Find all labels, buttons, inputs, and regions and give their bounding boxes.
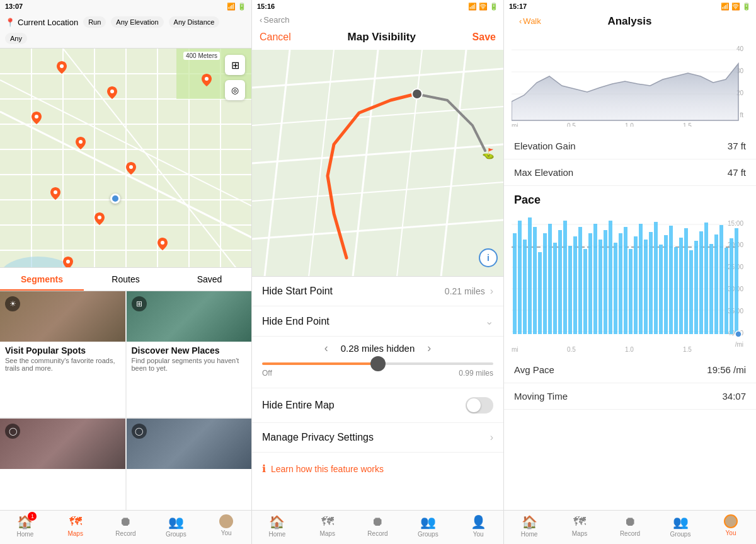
cancel-button[interactable]: Cancel	[260, 32, 291, 43]
back-label-3: Walk	[523, 16, 541, 26]
svg-rect-115	[719, 225, 723, 334]
slider-prev[interactable]: ‹	[324, 342, 328, 355]
svg-point-124	[735, 331, 742, 337]
tab-routes[interactable]: Routes	[84, 268, 168, 291]
card-title-1: Visit Popular Spots	[5, 345, 120, 356]
nav-record-3[interactable]: ⏺ Record	[605, 514, 655, 538]
nav-you-3[interactable]: You	[706, 514, 756, 538]
map-pin-5[interactable]	[126, 162, 136, 177]
toggle-knob	[467, 398, 481, 412]
card-popular-spots[interactable]: ☀ Visit Popular Spots See the community'…	[0, 291, 125, 417]
map-pin-4[interactable]	[76, 137, 86, 152]
nav-you-2[interactable]: 👤 You	[453, 514, 503, 538]
layers-button[interactable]: ⊞	[225, 55, 245, 75]
hide-start-right: 0.21 miles ›	[445, 286, 493, 297]
page-title-2: Map Visibility	[348, 31, 416, 43]
record-icon-2: ⏺	[371, 514, 384, 529]
map-roads-svg	[0, 49, 251, 267]
slider-next[interactable]: ›	[427, 342, 431, 355]
nav-record-2[interactable]: ⏺ Record	[353, 514, 403, 538]
back-label-2[interactable]: Search	[263, 15, 289, 25]
time-3: 15:17	[509, 3, 527, 10]
record-label-3: Record	[620, 530, 640, 537]
status-icons-3: 📶 🛜 🔋	[721, 3, 751, 11]
chevron-end: ⌄	[485, 315, 493, 327]
svg-rect-112	[704, 223, 708, 334]
map-pin-2[interactable]	[107, 86, 117, 101]
map-pin-1[interactable]	[57, 61, 67, 76]
pace-title: Pace	[514, 194, 541, 206]
hide-end-point-row[interactable]: Hide End Point ⌄	[252, 306, 503, 337]
home-label-3: Home	[521, 531, 538, 538]
elevation-svg: 40 30 20 ft mi 0.5 1.0 1.5	[512, 38, 748, 127]
back-button-3[interactable]: ‹ Walk	[512, 14, 549, 28]
manage-privacy-row[interactable]: Manage Privacy Settings ›	[252, 423, 503, 453]
status-icons-2: 📶 🛜 🔋	[468, 3, 498, 11]
svg-rect-77	[528, 217, 532, 334]
map-pin-9[interactable]	[63, 257, 73, 267]
map-pin-8[interactable]	[158, 238, 168, 253]
map-view[interactable]: 400 Meters ⊞ ◎	[0, 49, 251, 267]
map-pin-6[interactable]	[50, 187, 60, 202]
nav-maps-1[interactable]: 🗺 Maps	[50, 514, 101, 538]
nav-groups-1[interactable]: 👥 Groups	[151, 514, 201, 538]
hide-entire-toggle[interactable]	[466, 397, 493, 414]
status-bar-2: 15:16 📶 🛜 🔋	[252, 0, 503, 13]
learn-row[interactable]: ℹ Learn how this feature works	[252, 453, 503, 485]
svg-text:40: 40	[736, 45, 744, 52]
svg-rect-91	[598, 240, 602, 334]
svg-rect-96	[624, 227, 627, 334]
nav-maps-3[interactable]: 🗺 Maps	[554, 514, 605, 538]
route-map[interactable]: ⛳ i mapbox	[252, 50, 503, 277]
hide-entire-map-row[interactable]: Hide Entire Map	[252, 388, 503, 423]
filter-elevation[interactable]: Any Elevation	[111, 16, 163, 28]
nav-maps-2[interactable]: 🗺 Maps	[302, 514, 353, 538]
tab-segments[interactable]: Segments	[0, 268, 84, 291]
svg-rect-99	[639, 224, 643, 334]
nav-groups-2[interactable]: 👥 Groups	[403, 514, 453, 538]
map-pin-11[interactable]	[202, 74, 212, 89]
hide-start-point-row[interactable]: Hide Start Point 0.21 miles ›	[252, 277, 503, 306]
avatar-3	[724, 514, 738, 528]
filter-any[interactable]: Any	[5, 33, 27, 44]
card-discover[interactable]: ⊞ Discover New Places Find popular segme…	[127, 291, 252, 417]
time-1: 13:07	[5, 3, 23, 10]
card-3[interactable]: ◯	[0, 419, 125, 511]
svg-rect-114	[714, 234, 718, 334]
svg-rect-82	[553, 243, 557, 334]
tab-saved[interactable]: Saved	[168, 268, 251, 291]
nav-you-1[interactable]: You	[201, 514, 251, 538]
filter-run[interactable]: Run	[83, 16, 106, 28]
center-location-button[interactable]: ◎	[225, 80, 245, 100]
svg-point-23	[110, 90, 114, 93]
location-button[interactable]: 📍 Current Location	[5, 18, 78, 27]
map-pin-3[interactable]	[32, 112, 42, 127]
filter-distance[interactable]: Any Distance	[169, 16, 220, 28]
slider-value-label: 0.28 miles hidden	[341, 343, 415, 354]
nav-home-2[interactable]: 🏠 Home	[252, 514, 302, 538]
home-badge-1: 1	[28, 512, 37, 521]
slider-container[interactable]	[262, 362, 493, 365]
slider-thumb[interactable]	[370, 356, 386, 371]
nav-record-1[interactable]: ⏺ Record	[101, 514, 151, 538]
maps-label-2: Maps	[319, 530, 335, 537]
slider-section: ‹ 0.28 miles hidden › Off 0.99 miles	[252, 337, 503, 388]
nav-home-1[interactable]: 🏠1 Home	[0, 514, 50, 538]
chevron-start: ›	[490, 286, 493, 297]
map-pin-7[interactable]	[94, 212, 105, 228]
nav-home-3[interactable]: 🏠 Home	[504, 514, 554, 538]
save-button[interactable]: Save	[472, 32, 496, 43]
you-label-3: You	[726, 530, 736, 536]
svg-point-25	[79, 140, 83, 144]
slider-off-label: Off	[262, 369, 272, 378]
card-4[interactable]: ◯	[127, 419, 252, 511]
elevation-stats: Elevation Gain 37 ft Max Elevation 47 ft	[504, 133, 756, 186]
svg-point-32	[205, 77, 209, 81]
svg-rect-100	[644, 240, 648, 334]
groups-icon-3: 👥	[673, 514, 689, 530]
card-desc-1: See the community's favorite roads, trai…	[5, 357, 120, 372]
bottom-stats: Avg Pace 19:56 /mi Moving Time 34:07	[504, 357, 756, 410]
time-2: 15:16	[257, 3, 275, 10]
nav-groups-3[interactable]: 👥 Groups	[655, 514, 706, 538]
svg-point-46	[412, 89, 422, 99]
